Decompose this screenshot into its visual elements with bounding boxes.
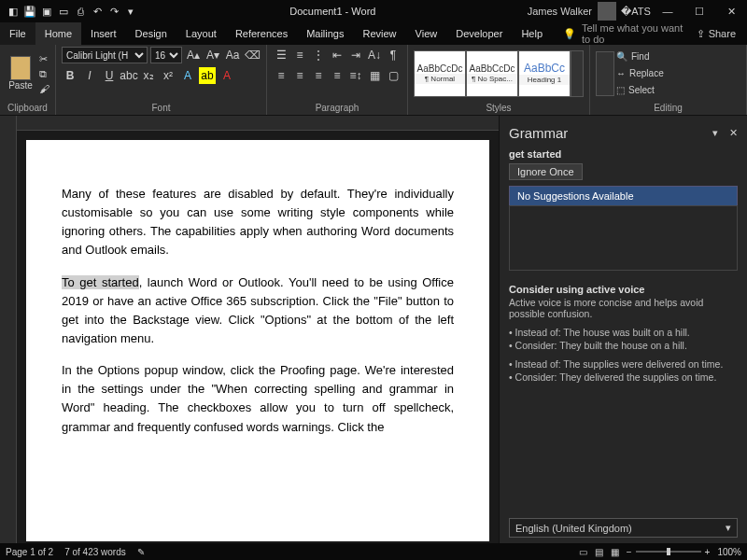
style-heading1[interactable]: AaBbCc Heading 1: [518, 50, 571, 97]
find-button[interactable]: 🔍Find: [616, 49, 664, 64]
justify-icon[interactable]: ≡: [329, 67, 345, 84]
zoom-track[interactable]: [636, 551, 701, 553]
bold-button[interactable]: B: [62, 67, 78, 84]
paragraph[interactable]: In the Options popup window, click the P…: [62, 361, 454, 437]
share-label: Share: [709, 28, 736, 39]
zoom-thumb[interactable]: [667, 548, 670, 555]
save-icon[interactable]: 💾: [22, 4, 37, 19]
lightbulb-icon: 💡: [563, 28, 576, 40]
highlight-icon[interactable]: ab: [199, 67, 216, 84]
bullets-icon[interactable]: ☰: [273, 47, 289, 63]
tab-design[interactable]: Design: [126, 22, 176, 45]
align-left-icon[interactable]: ≡: [273, 67, 289, 84]
styles-expand-icon[interactable]: [571, 50, 584, 97]
text-effects-icon[interactable]: A: [179, 67, 196, 84]
clear-format-icon[interactable]: ⌫: [244, 47, 261, 63]
select-button[interactable]: ⬚Select: [616, 83, 664, 98]
changes-icon[interactable]: [596, 51, 614, 96]
customize-icon[interactable]: ▾: [123, 4, 138, 19]
replace-icon: ↔: [616, 68, 626, 78]
replace-button[interactable]: ↔Replace: [616, 66, 664, 81]
grammar-highlight[interactable]: To get started: [62, 275, 139, 289]
group-label: Styles: [408, 102, 589, 115]
pilcrow-icon[interactable]: ¶: [385, 47, 402, 63]
vertical-ruler[interactable]: [0, 116, 17, 543]
paragraph[interactable]: To get started, launch Word or Outlook. …: [62, 273, 454, 349]
zoom-level[interactable]: 100%: [717, 547, 741, 557]
underline-button[interactable]: U: [101, 67, 118, 84]
borders-icon[interactable]: ▢: [385, 67, 402, 84]
zoom-slider[interactable]: − +: [627, 547, 711, 557]
language-selector[interactable]: English (United Kingdom) ▾: [509, 518, 738, 538]
group-label: Editing: [590, 102, 746, 115]
zoom-in-icon[interactable]: +: [705, 547, 711, 557]
shrink-font-icon[interactable]: A▾: [204, 47, 221, 63]
shading-icon[interactable]: ▦: [366, 67, 383, 84]
document-page[interactable]: Many of these features are disabled by d…: [26, 140, 489, 541]
subscript-button[interactable]: x₂: [140, 67, 157, 84]
maximize-icon[interactable]: ☐: [684, 0, 715, 22]
tab-layout[interactable]: Layout: [176, 22, 226, 45]
ribbon-options-icon[interactable]: �ATS: [620, 0, 652, 22]
tab-file[interactable]: File: [0, 22, 35, 45]
copy-icon[interactable]: ⧉: [39, 68, 49, 80]
grow-font-icon[interactable]: A▴: [185, 47, 202, 63]
redo-icon[interactable]: ↷: [106, 4, 121, 19]
spellcheck-icon[interactable]: ✎: [137, 547, 145, 557]
horizontal-ruler[interactable]: [17, 116, 499, 131]
font-size-select[interactable]: 16: [150, 47, 182, 63]
print-icon[interactable]: ⎙: [73, 4, 88, 19]
tab-help[interactable]: Help: [512, 22, 552, 45]
user-area[interactable]: James Walker: [528, 2, 620, 21]
pane-close-icon[interactable]: ✕: [729, 127, 738, 138]
align-right-icon[interactable]: ≡: [310, 67, 327, 84]
share-button[interactable]: ⇪ Share: [685, 28, 747, 40]
minimize-icon[interactable]: —: [652, 0, 684, 22]
paste-button[interactable]: Paste: [6, 50, 35, 97]
italic-button[interactable]: I: [81, 67, 98, 84]
numbering-icon[interactable]: ≡: [291, 47, 308, 63]
sort-icon[interactable]: A↓: [366, 47, 383, 63]
inc-indent-icon[interactable]: ⇥: [347, 47, 364, 63]
font-name-select[interactable]: Calibri Light (H: [62, 47, 148, 63]
web-layout-icon[interactable]: ▦: [611, 547, 619, 557]
avatar[interactable]: [598, 2, 616, 21]
strike-button[interactable]: abc: [120, 67, 137, 84]
tab-review[interactable]: Review: [354, 22, 406, 45]
format-painter-icon[interactable]: 🖌: [39, 83, 49, 94]
page-indicator[interactable]: Page 1 of 2: [6, 547, 53, 557]
tab-insert[interactable]: Insert: [81, 22, 126, 45]
tab-references[interactable]: References: [226, 22, 297, 45]
example-line: • Consider: They built the house on a hi…: [509, 340, 738, 351]
style-normal[interactable]: AaBbCcDc ¶ Normal: [414, 50, 466, 97]
open-icon[interactable]: ▣: [39, 4, 54, 19]
tab-home[interactable]: Home: [35, 22, 81, 45]
document-viewport[interactable]: Many of these features are disabled by d…: [17, 131, 499, 543]
group-label: Font: [56, 102, 266, 115]
multilevel-icon[interactable]: ⋮: [310, 47, 327, 63]
line-spacing-icon[interactable]: ≡↕: [347, 67, 364, 84]
align-center-icon[interactable]: ≡: [291, 67, 308, 84]
superscript-button[interactable]: x²: [160, 67, 176, 84]
font-color-icon[interactable]: A: [218, 67, 235, 84]
ignore-once-button[interactable]: Ignore Once: [509, 163, 583, 180]
word-count[interactable]: 7 of 423 words: [64, 547, 126, 557]
new-icon[interactable]: ▭: [56, 4, 71, 19]
group-font: Calibri Light (H 16 A▴ A▾ Aa ⌫ B I U abc…: [56, 45, 267, 115]
pane-options-icon[interactable]: ▾: [712, 127, 718, 138]
tab-developer[interactable]: Developer: [446, 22, 512, 45]
undo-icon[interactable]: ↶: [90, 4, 105, 19]
tab-view[interactable]: View: [406, 22, 447, 45]
zoom-out-icon[interactable]: −: [627, 547, 632, 557]
paragraph[interactable]: Many of these features are disabled by d…: [62, 185, 454, 260]
style-no-spacing[interactable]: AaBbCcDc ¶ No Spac...: [466, 50, 518, 97]
tell-me-search[interactable]: 💡 Tell me what you want to do: [552, 22, 685, 45]
close-icon[interactable]: ✕: [715, 0, 747, 22]
cut-icon[interactable]: ✂: [39, 53, 49, 65]
change-case-icon[interactable]: Aa: [224, 47, 241, 63]
print-layout-icon[interactable]: ▤: [595, 547, 603, 557]
read-mode-icon[interactable]: ▭: [579, 547, 587, 557]
dec-indent-icon[interactable]: ⇤: [329, 47, 345, 63]
tab-mailings[interactable]: Mailings: [297, 22, 353, 45]
autosave-icon[interactable]: ◧: [6, 4, 21, 19]
